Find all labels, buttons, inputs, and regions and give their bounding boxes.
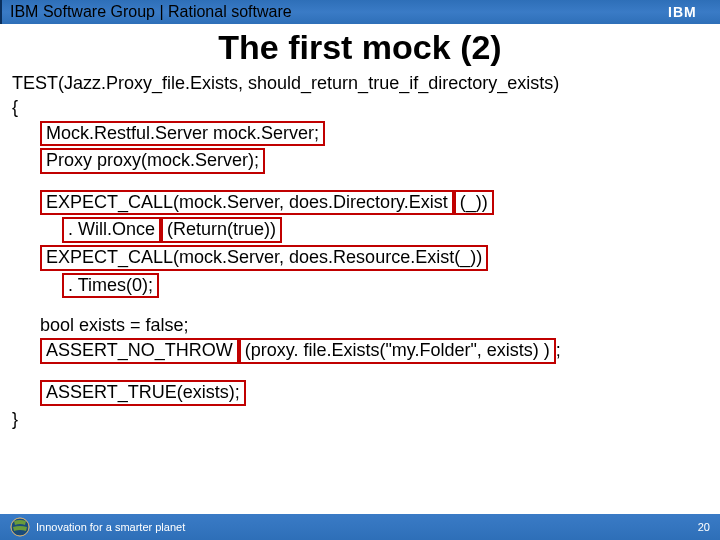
footer-bar: Innovation for a smarter planet 20 [0, 514, 720, 540]
code-line-3b: (_)) [454, 190, 494, 216]
page-number: 20 [698, 521, 710, 533]
code-line-9: ASSERT_TRUE(exists); [40, 380, 246, 406]
code-line-3a: EXPECT_CALL(mock.Server, does.Directory.… [40, 190, 454, 216]
globe-icon [10, 517, 30, 537]
brace-open: { [12, 95, 708, 119]
footer-tagline: Innovation for a smarter planet [36, 521, 185, 533]
brace-close: } [12, 407, 708, 431]
code-line-8c: ; [556, 340, 561, 360]
code-line-4a: . Will.Once [62, 217, 161, 243]
slide-title: The first mock (2) [0, 28, 720, 67]
code-line-5: EXPECT_CALL(mock.Server, does.Resource.E… [40, 245, 488, 271]
header-bar: IBM Software Group | Rational software I… [0, 0, 720, 24]
header-title: IBM Software Group | Rational software [10, 3, 292, 21]
svg-text:IBM: IBM [668, 4, 697, 20]
code-line-6: . Times(0); [62, 273, 159, 299]
code-line-7: bool exists = false; [40, 313, 708, 337]
test-signature: TEST(Jazz.Proxy_file.Exists, should_retu… [12, 71, 708, 95]
code-line-4b: (Return(true)) [161, 217, 282, 243]
code-line-8b: (proxy. file.Exists("my.Folder", exists)… [239, 338, 556, 364]
code-line-2: Proxy proxy(mock.Server); [40, 148, 265, 174]
code-block: TEST(Jazz.Proxy_file.Exists, should_retu… [0, 71, 720, 431]
ibm-logo: IBM [668, 4, 712, 20]
code-line-1: Mock.Restful.Server mock.Server; [40, 121, 325, 147]
code-line-8a: ASSERT_NO_THROW [40, 338, 239, 364]
